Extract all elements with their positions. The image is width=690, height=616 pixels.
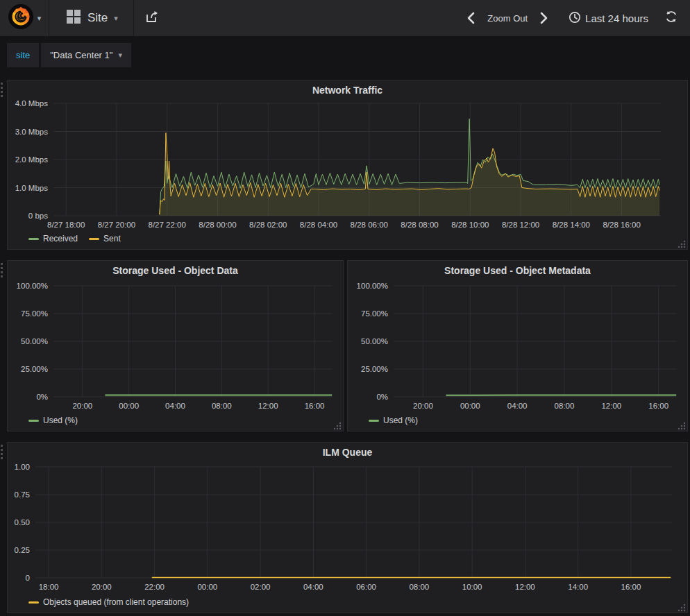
legend-label: Sent (103, 234, 121, 243)
svg-text:0.25: 0.25 (15, 546, 30, 554)
svg-text:8/28 02:00: 8/28 02:00 (249, 221, 287, 229)
ilm-queue-chart[interactable]: 1.000.750.500.25018:0020:0022:0000:0002:… (8, 443, 689, 614)
time-range-picker-button[interactable]: Last 24 hours (556, 0, 658, 36)
legend-label: Used (%) (383, 416, 418, 425)
svg-text:8/28 14:00: 8/28 14:00 (553, 221, 590, 229)
panel-title-storage-object-data[interactable]: Storage Used - Object Data (8, 265, 343, 276)
zoom-out-button[interactable]: Zoom Out (483, 13, 532, 24)
svg-text:20:00: 20:00 (413, 402, 433, 410)
svg-text:3.0 Mbps: 3.0 Mbps (15, 128, 49, 136)
svg-text:00:00: 00:00 (119, 402, 139, 410)
grafana-logo-icon (8, 3, 34, 33)
svg-text:25.00%: 25.00% (21, 365, 48, 373)
svg-text:04:00: 04:00 (165, 402, 185, 410)
svg-text:8/28 08:00: 8/28 08:00 (401, 221, 438, 229)
legend-swatch-objects-queued (28, 601, 39, 604)
svg-text:00:00: 00:00 (197, 583, 217, 591)
svg-text:8/27 18:00: 8/27 18:00 (47, 221, 85, 229)
svg-text:0%: 0% (376, 393, 388, 401)
dashboard-picker-button[interactable]: Site ▾ (49, 0, 133, 36)
legend-item-used[interactable]: Used (%) (28, 416, 78, 425)
dashboard-grid-icon (66, 9, 81, 27)
svg-text:0.75: 0.75 (15, 490, 30, 499)
svg-text:2.0 Mbps: 2.0 Mbps (15, 155, 49, 164)
navbar-time-controls: Zoom Out Last 24 hours (459, 0, 690, 36)
share-dashboard-button[interactable] (134, 0, 170, 36)
legend-item-received[interactable]: Received (28, 234, 78, 243)
row-drag-handle[interactable] (1, 445, 3, 459)
storage-object-data-chart[interactable]: 100.00%75.00%50.00%25.00%0%20:0000:0004:… (8, 261, 344, 432)
variable-name-label: site (7, 43, 39, 67)
svg-text:100.00%: 100.00% (17, 282, 48, 290)
legend-item-objects-queued[interactable]: Objects queued (from client operations) (28, 597, 189, 607)
svg-text:8/28 16:00: 8/28 16:00 (603, 221, 640, 229)
share-icon (145, 10, 159, 26)
svg-text:1.0 Mbps: 1.0 Mbps (15, 184, 49, 192)
svg-text:14:00: 14:00 (568, 583, 588, 591)
clock-icon (569, 11, 581, 26)
svg-text:25.00%: 25.00% (361, 365, 388, 373)
refresh-icon (665, 10, 678, 26)
svg-text:8/27 22:00: 8/27 22:00 (149, 221, 186, 229)
legend-swatch-sent (89, 238, 99, 240)
svg-text:12:00: 12:00 (515, 583, 535, 591)
svg-text:16:00: 16:00 (621, 583, 641, 591)
network-traffic-chart[interactable]: 4.0 Mbps3.0 Mbps2.0 Mbps1.0 Mbps0 bps8/2… (8, 80, 689, 250)
svg-text:12:00: 12:00 (601, 402, 621, 410)
svg-text:0: 0 (26, 574, 30, 582)
template-variable-row: site "Data Center 1" ▾ (7, 43, 131, 67)
storage-object-metadata-legend: Used (%) (369, 416, 418, 425)
svg-text:4.0 Mbps: 4.0 Mbps (15, 99, 49, 108)
legend-label: Used (%) (43, 416, 78, 425)
panel-ilm-queue: ILM Queue 1.000.750.500.25018:0020:0022:… (7, 442, 688, 613)
refresh-button[interactable] (658, 0, 690, 36)
svg-text:06:00: 06:00 (356, 583, 376, 591)
svg-text:8/28 06:00: 8/28 06:00 (351, 221, 388, 229)
svg-text:16:00: 16:00 (305, 402, 325, 410)
svg-text:50.00%: 50.00% (21, 337, 48, 345)
svg-text:16:00: 16:00 (648, 402, 668, 410)
svg-text:08:00: 08:00 (212, 402, 232, 410)
legend-item-used[interactable]: Used (%) (369, 416, 418, 425)
svg-text:12:00: 12:00 (258, 402, 278, 410)
variable-value-dropdown[interactable]: "Data Center 1" ▾ (41, 43, 131, 67)
svg-text:22:00: 22:00 (144, 583, 165, 591)
svg-text:1.00: 1.00 (15, 463, 30, 471)
panel-title-ilm-queue[interactable]: ILM Queue (8, 447, 687, 458)
network-traffic-legend: Received Sent (28, 234, 121, 243)
ilm-queue-legend: Objects queued (from client operations) (28, 597, 189, 607)
row-drag-handle[interactable] (1, 83, 3, 97)
legend-swatch-received (28, 238, 39, 240)
legend-item-sent[interactable]: Sent (89, 234, 121, 243)
row-drag-handle[interactable] (1, 263, 3, 277)
svg-text:00:00: 00:00 (460, 402, 480, 410)
svg-text:100.00%: 100.00% (357, 282, 388, 290)
svg-text:8/28 00:00: 8/28 00:00 (199, 221, 236, 229)
grafana-logo-button[interactable]: ▾ (0, 0, 49, 36)
svg-text:20:00: 20:00 (72, 402, 92, 410)
panel-storage-object-data: Storage Used - Object Data 100.00%75.00%… (7, 260, 344, 431)
panel-resize-handle[interactable] (333, 420, 342, 429)
storage-object-data-legend: Used (%) (28, 416, 78, 425)
panel-resize-handle[interactable] (677, 239, 686, 248)
panel-resize-handle[interactable] (677, 602, 686, 611)
chevron-down-icon: ▾ (114, 14, 118, 23)
svg-text:0%: 0% (36, 393, 48, 401)
dashboard-title: Site (87, 11, 108, 25)
svg-text:75.00%: 75.00% (21, 309, 48, 318)
panel-title-network-traffic[interactable]: Network Traffic (8, 85, 687, 96)
panel-resize-handle[interactable] (677, 420, 686, 429)
svg-text:8/28 12:00: 8/28 12:00 (502, 221, 539, 229)
svg-text:04:00: 04:00 (303, 583, 323, 591)
time-range-label: Last 24 hours (585, 12, 648, 24)
panel-title-storage-object-metadata[interactable]: Storage Used - Object Metadata (348, 265, 687, 276)
time-shift-forward-button[interactable] (532, 0, 556, 36)
svg-text:04:00: 04:00 (507, 402, 528, 410)
svg-text:50.00%: 50.00% (361, 337, 388, 345)
legend-label: Received (43, 234, 78, 243)
legend-swatch-used (369, 420, 379, 422)
time-shift-back-button[interactable] (459, 0, 483, 36)
svg-text:0 bps: 0 bps (28, 212, 48, 220)
svg-text:10:00: 10:00 (462, 583, 482, 591)
storage-object-metadata-chart[interactable]: 100.00%75.00%50.00%25.00%0%20:0000:0004:… (348, 261, 689, 432)
